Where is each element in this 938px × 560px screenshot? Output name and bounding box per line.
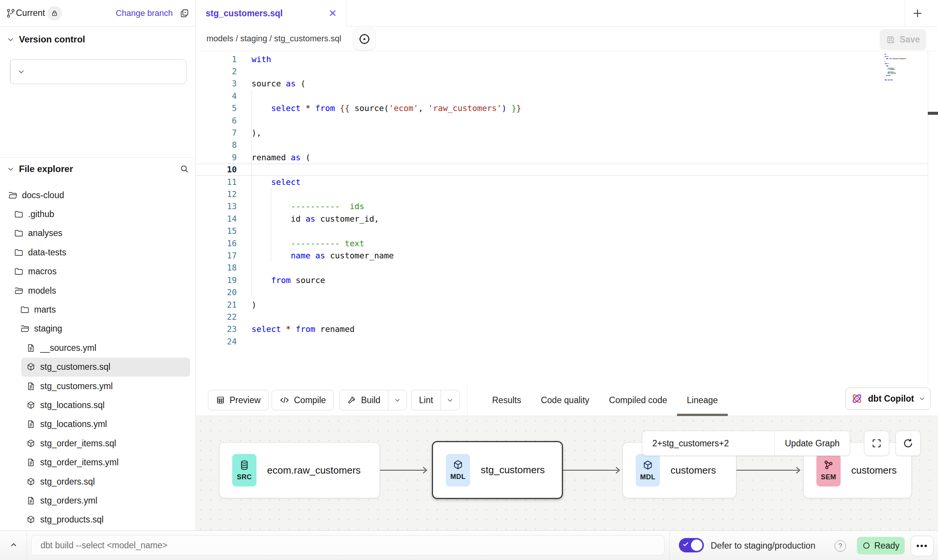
code-line-6[interactable]: 6 — [196, 114, 928, 127]
code-line-19[interactable]: 19 from source — [196, 274, 928, 286]
build-button[interactable]: Build — [339, 390, 407, 410]
tab-stg-customers[interactable]: stg_customers.sql ✕ — [196, 0, 347, 27]
lineage-selector-input[interactable]: 2+stg_customers+2 — [643, 431, 774, 455]
tab-lineage[interactable]: Lineage — [677, 385, 728, 416]
code-line-5[interactable]: 5 select * from {{ source('ecom', 'raw_c… — [196, 102, 928, 114]
tree-item-macros[interactable]: macros — [9, 262, 190, 281]
tree-item-stg-order-items-yml[interactable]: stg_order_items.yml — [21, 453, 190, 472]
search-icon[interactable] — [180, 164, 189, 174]
line-number: 7 — [196, 128, 237, 138]
update-graph-button[interactable]: Update Graph — [774, 431, 850, 455]
command-input[interactable]: dbt build --select <model_name> — [31, 535, 664, 555]
change-branch-link[interactable]: Change branch — [116, 8, 173, 18]
chevron-down-icon[interactable] — [7, 165, 14, 173]
code-line-13[interactable]: 13 ---------- ids — [196, 200, 928, 213]
lineage-node-ecom-raw-customers[interactable]: SRCecom.raw_customers — [219, 442, 380, 498]
code-line-16[interactable]: 16 ---------- text — [196, 237, 928, 249]
compile-button[interactable]: Compile — [272, 390, 334, 410]
code-line-18[interactable]: 18 — [196, 262, 928, 274]
code-line-9[interactable]: 9renamed as ( — [196, 151, 928, 163]
line-text: ) — [237, 300, 256, 310]
minimap-line — [889, 56, 889, 57]
save-icon — [886, 35, 895, 44]
tree-item-stg-order-items-sql[interactable]: stg_order_items.sql — [21, 434, 190, 453]
tree-item-marts[interactable]: marts — [15, 300, 190, 319]
tab-results[interactable]: Results — [482, 385, 531, 416]
lineage-node-stg-customers[interactable]: MDLstg_customers — [432, 441, 563, 499]
model-icon — [26, 439, 36, 448]
line-number: 12 — [196, 189, 237, 199]
save-button[interactable]: Save — [880, 29, 926, 50]
copilot-compass-button[interactable] — [353, 28, 376, 50]
code-line-1[interactable]: 1with — [196, 53, 928, 65]
minimap-line — [889, 58, 890, 59]
code-line-10[interactable]: 10 — [196, 164, 928, 176]
code-line-15[interactable]: 15 — [196, 225, 928, 237]
refresh-button[interactable] — [896, 431, 921, 456]
code-line-21[interactable]: 21) — [196, 299, 928, 311]
new-tab-button[interactable] — [911, 7, 924, 20]
tree-item-stg-orders-sql[interactable]: stg_orders.sql — [21, 472, 190, 491]
code-editor[interactable]: 1with23source as (45 select * from {{ so… — [196, 51, 938, 385]
tree-item-staging[interactable]: staging — [15, 319, 190, 338]
tree-item-stg-customers-sql[interactable]: stg_customers.sql — [21, 358, 190, 377]
minimap-line — [896, 58, 898, 59]
tree-item-stg-products-sql[interactable]: stg_products.sql — [21, 510, 190, 529]
dbt-copilot-button[interactable]: dbt Copilot — [846, 388, 930, 410]
tab-code-quality[interactable]: Code quality — [531, 385, 599, 416]
doc-icon — [26, 458, 36, 467]
minimap[interactable] — [885, 54, 927, 88]
code-line-14[interactable]: 14 id as customer_id, — [196, 213, 928, 225]
branch-header: Current Change branch — [0, 0, 195, 27]
minimap-line — [885, 56, 887, 57]
lint-button[interactable]: Lint — [411, 390, 460, 410]
ready-status-badge[interactable]: Ready — [857, 537, 905, 554]
tree-item--github[interactable]: .github — [9, 205, 190, 224]
panel-resize-handle[interactable] — [928, 112, 938, 115]
lineage-canvas[interactable]: SRCecom.raw_customersMDLstg_customersMDL… — [196, 416, 938, 530]
preview-button[interactable]: Preview — [208, 390, 269, 410]
line-number: 22 — [196, 312, 237, 322]
code-line-22[interactable]: 22 — [196, 311, 928, 323]
help-icon[interactable]: ? — [835, 540, 846, 552]
code-line-3[interactable]: 3source as ( — [196, 78, 928, 90]
tree-item-stg-orders-yml[interactable]: stg_orders.yml — [21, 491, 190, 510]
version-control-header[interactable]: Version control — [7, 34, 85, 45]
collapse-panel-button[interactable] — [5, 538, 22, 553]
create-branch-dropdown[interactable] — [10, 59, 32, 84]
create-branch-button[interactable]: Create branch — [10, 59, 186, 84]
line-number: 3 — [196, 79, 237, 88]
doc-icon — [26, 496, 36, 505]
tree-item-analyses[interactable]: analyses — [9, 224, 190, 243]
build-dropdown[interactable] — [388, 390, 406, 410]
code-line-4[interactable]: 4 — [196, 90, 928, 102]
code-line-2[interactable]: 2 — [196, 65, 928, 77]
lint-dropdown[interactable] — [441, 390, 459, 410]
line-number: 9 — [196, 153, 237, 162]
tab-compiled-code[interactable]: Compiled code — [599, 385, 677, 416]
defer-toggle[interactable] — [679, 538, 704, 552]
code-line-11[interactable]: 11 select — [196, 176, 928, 188]
code-line-23[interactable]: 23select * from renamed — [196, 323, 928, 335]
code-line-20[interactable]: 20 — [196, 286, 928, 298]
code-line-7[interactable]: 7), — [196, 127, 928, 139]
copy-icon[interactable] — [180, 8, 189, 18]
tree-item--sources-yml[interactable]: __sources.yml — [21, 338, 190, 357]
fullscreen-button[interactable] — [864, 431, 889, 456]
tree-item-models[interactable]: models — [9, 281, 190, 300]
code-line-24[interactable]: 24 — [196, 335, 928, 347]
code-line-17[interactable]: 17 name as customer_name — [196, 249, 928, 261]
tree-item-stg-locations-sql[interactable]: stg_locations.sql — [21, 396, 190, 415]
code-line-8[interactable]: 8 — [196, 139, 928, 151]
close-icon[interactable]: ✕ — [328, 8, 337, 18]
tree-item-data-tests[interactable]: data-tests — [9, 243, 190, 262]
tree-item-docs-cloud[interactable]: docs-cloud — [3, 186, 190, 205]
code-line-12[interactable]: 12 — [196, 188, 928, 200]
tree-item-stg-locations-yml[interactable]: stg_locations.yml — [21, 415, 190, 434]
tree-item-stg-customers-yml[interactable]: stg_customers.yml — [21, 377, 190, 396]
branch-lock-icon — [47, 6, 62, 20]
folder-icon — [14, 228, 23, 238]
tree-item-label: stg_order_items.yml — [40, 457, 119, 468]
line-number: 13 — [196, 202, 237, 211]
more-options-button[interactable]: ••• — [911, 536, 933, 556]
